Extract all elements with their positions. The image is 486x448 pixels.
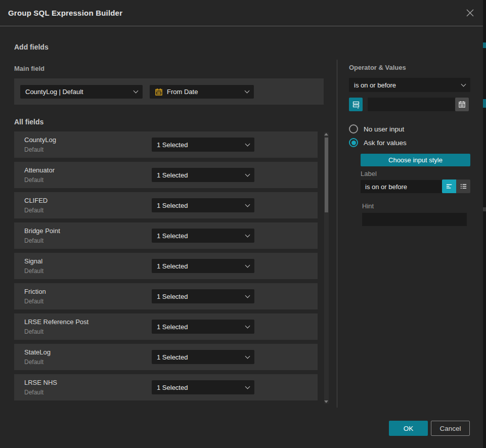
- input-style-single-line-button[interactable]: [442, 180, 456, 193]
- field-row: StateLog Default 1 Selected: [14, 344, 318, 370]
- main-field-heading: Main field: [14, 65, 45, 72]
- bulleted-list-icon: [460, 183, 467, 190]
- layer-select-dropdown[interactable]: CountyLog | Default: [20, 85, 143, 99]
- field-name: Attenuator: [24, 166, 55, 174]
- field-name: LRSE Reference Post: [24, 318, 89, 326]
- dialog-title: Group SQL Expression Builder: [8, 9, 122, 17]
- field-row: Attenuator Default 1 Selected: [14, 162, 318, 188]
- field-selection-value: 1 Selected: [157, 262, 246, 270]
- field-subtitle: Default: [24, 267, 43, 275]
- chevron-down-icon: [245, 88, 250, 94]
- chevron-down-icon: [245, 262, 250, 267]
- field-name: CountyLog: [24, 136, 56, 144]
- field-name: StateLog: [24, 348, 51, 356]
- radio-label: Ask for values: [364, 139, 407, 147]
- main-field-row: CountyLog | Default From Date: [14, 78, 324, 105]
- field-selection-dropdown[interactable]: 1 Selected: [152, 289, 254, 303]
- field-selection-dropdown[interactable]: 1 Selected: [152, 198, 254, 212]
- radio-circle-selected-icon[interactable]: [349, 138, 358, 147]
- field-selection-value: 1 Selected: [157, 232, 246, 240]
- field-row: CountyLog Default 1 Selected: [14, 131, 318, 158]
- field-row: Signal Default 1 Selected: [14, 253, 318, 279]
- field-subtitle: Default: [24, 359, 43, 366]
- scrollbar-down-arrow-icon[interactable]: [324, 400, 328, 403]
- all-fields-list: CountyLog Default 1 Selected Attenuator …: [14, 131, 318, 405]
- field-select-value: From Date: [167, 88, 241, 96]
- chevron-down-icon: [245, 232, 250, 237]
- field-selection-dropdown[interactable]: 1 Selected: [152, 380, 254, 394]
- chevron-down-icon: [245, 384, 250, 389]
- radio-ask-for-values[interactable]: Ask for values: [349, 138, 407, 147]
- field-name: CLIFED: [24, 197, 48, 204]
- radio-label: No user input: [364, 125, 404, 133]
- field-subtitle: Default: [24, 389, 43, 396]
- field-subtitle: Default: [24, 328, 43, 335]
- field-selection-value: 1 Selected: [157, 353, 246, 361]
- field-subtitle: Default: [24, 176, 43, 184]
- chevron-down-icon: [245, 171, 250, 176]
- choose-input-style-button[interactable]: Choose input style: [361, 154, 470, 166]
- radio-no-user-input[interactable]: No user input: [349, 124, 404, 133]
- hint-input[interactable]: [362, 213, 467, 226]
- field-row: LRSE Reference Post Default 1 Selected: [14, 313, 318, 340]
- date-field-calendar-icon: [155, 88, 163, 96]
- hint-caption: Hint: [362, 202, 374, 210]
- field-name: Friction: [24, 288, 46, 295]
- close-icon[interactable]: [465, 8, 475, 18]
- operator-values-heading: Operator & Values: [349, 64, 406, 71]
- dialog-titlebar: Group SQL Expression Builder: [0, 0, 483, 26]
- field-selection-dropdown[interactable]: 1 Selected: [152, 320, 254, 334]
- calendar-icon: [458, 101, 466, 108]
- field-name: Signal: [24, 257, 42, 265]
- background-page-strip: [483, 0, 486, 448]
- field-row: LRSE NHS Default 1 Selected: [14, 374, 318, 400]
- date-value-input[interactable]: [368, 98, 455, 111]
- label-caption: Label: [361, 170, 377, 177]
- group-sql-expression-builder-dialog: Group SQL Expression Builder Add fields …: [0, 0, 483, 448]
- operator-dropdown[interactable]: is on or before: [349, 78, 470, 92]
- radio-circle-icon[interactable]: [349, 124, 358, 133]
- field-selection-dropdown[interactable]: 1 Selected: [152, 350, 254, 364]
- scrollbar-up-arrow-icon[interactable]: [324, 133, 328, 136]
- chevron-down-icon: [245, 323, 250, 328]
- input-style-list-button[interactable]: [456, 180, 470, 193]
- field-subtitle: Default: [24, 298, 43, 305]
- ok-button[interactable]: OK: [389, 421, 428, 436]
- background-page-fragment: [483, 99, 486, 108]
- background-page-fragment: [483, 207, 486, 211]
- add-fields-heading: Add fields: [14, 43, 49, 51]
- field-row: Bridge Point Default 1 Selected: [14, 222, 318, 249]
- chevron-down-icon: [134, 88, 139, 94]
- field-selection-dropdown[interactable]: 1 Selected: [152, 168, 254, 182]
- field-selection-value: 1 Selected: [157, 293, 246, 300]
- field-selection-dropdown[interactable]: 1 Selected: [152, 138, 254, 152]
- chevron-down-icon: [461, 81, 466, 86]
- field-subtitle: Default: [24, 237, 43, 244]
- fields-list-scrollbar[interactable]: [324, 132, 329, 404]
- field-row: CLIFED Default 1 Selected: [14, 192, 318, 218]
- field-selection-dropdown[interactable]: 1 Selected: [152, 259, 254, 273]
- label-input[interactable]: [361, 180, 442, 193]
- field-selection-value: 1 Selected: [157, 202, 246, 209]
- all-fields-heading: All fields: [14, 118, 43, 126]
- field-row: Friction Default 1 Selected: [14, 283, 318, 309]
- chevron-down-icon: [245, 202, 250, 207]
- field-selection-value: 1 Selected: [157, 171, 246, 179]
- chevron-down-icon: [245, 293, 250, 298]
- field-selection-value: 1 Selected: [157, 323, 246, 331]
- field-selection-value: 1 Selected: [157, 141, 246, 149]
- layer-select-value: CountyLog | Default: [25, 88, 134, 96]
- field-selection-dropdown[interactable]: 1 Selected: [152, 229, 254, 243]
- value-type-button[interactable]: [349, 98, 363, 111]
- field-subtitle: Default: [24, 207, 43, 214]
- field-select-dropdown[interactable]: From Date: [150, 85, 254, 99]
- stacked-values-icon: [352, 101, 360, 109]
- calendar-picker-button[interactable]: [455, 98, 469, 111]
- cancel-button[interactable]: Cancel: [431, 421, 470, 436]
- field-name: Bridge Point: [24, 227, 60, 235]
- chevron-down-icon: [245, 353, 250, 359]
- panel-divider: [337, 60, 337, 408]
- scrollbar-thumb[interactable]: [325, 138, 328, 212]
- chevron-down-icon: [245, 141, 250, 146]
- align-left-lines-icon: [446, 183, 453, 190]
